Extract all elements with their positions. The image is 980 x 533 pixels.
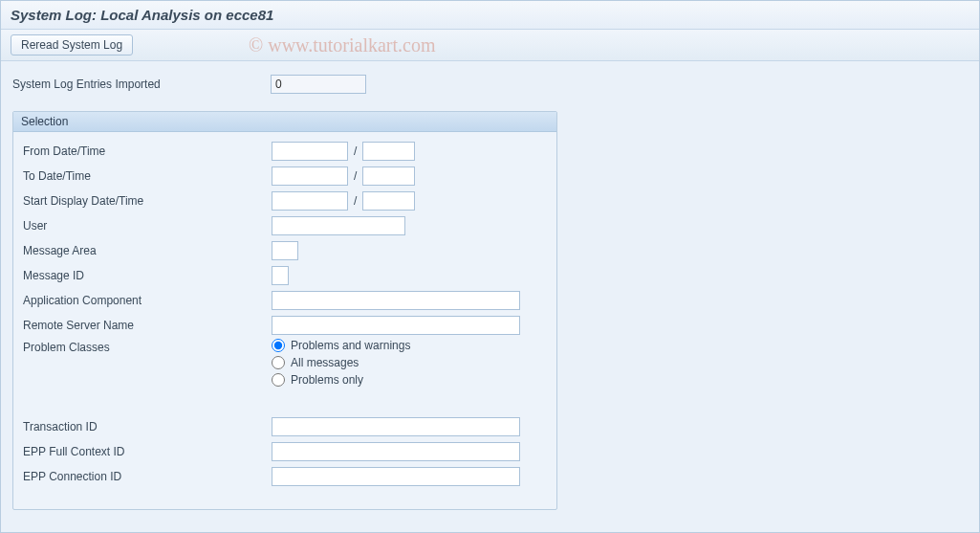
entries-imported-value bbox=[271, 75, 366, 94]
radio-problems-and-warnings[interactable] bbox=[272, 339, 285, 352]
epp-full-context-id-label: EPP Full Context ID bbox=[23, 445, 272, 458]
radio-label-all: All messages bbox=[291, 356, 359, 369]
radio-label-pw: Problems and warnings bbox=[291, 339, 410, 352]
from-time-input[interactable] bbox=[362, 142, 415, 161]
radio-label-po: Problems only bbox=[291, 373, 363, 387]
application-component-input[interactable] bbox=[272, 291, 520, 310]
remote-server-input[interactable] bbox=[272, 316, 520, 335]
transaction-id-input[interactable] bbox=[272, 417, 520, 436]
message-id-input[interactable] bbox=[272, 266, 289, 285]
remote-server-label: Remote Server Name bbox=[23, 319, 272, 332]
date-time-separator: / bbox=[354, 194, 357, 208]
start-display-date-input[interactable] bbox=[272, 191, 348, 211]
radio-all-messages[interactable] bbox=[272, 356, 285, 369]
to-date-time-label: To Date/Time bbox=[23, 169, 272, 183]
to-time-input[interactable] bbox=[362, 167, 415, 186]
toolbar: Reread System Log bbox=[1, 30, 979, 61]
selection-panel: Selection From Date/Time / To Date/Time … bbox=[12, 111, 557, 510]
epp-connection-id-label: EPP Connection ID bbox=[23, 470, 272, 483]
selection-panel-header: Selection bbox=[13, 112, 556, 132]
radio-problems-only[interactable] bbox=[272, 373, 285, 387]
user-label: User bbox=[23, 219, 272, 233]
date-time-separator: / bbox=[354, 169, 357, 183]
problem-classes-label: Problem Classes bbox=[23, 339, 272, 354]
problem-classes-option-po[interactable]: Problems only bbox=[272, 373, 410, 387]
problem-classes-option-pw[interactable]: Problems and warnings bbox=[272, 339, 410, 352]
from-date-input[interactable] bbox=[272, 142, 348, 161]
message-area-input[interactable] bbox=[272, 241, 298, 260]
transaction-id-label: Transaction ID bbox=[23, 420, 272, 433]
content-area: System Log Entries Imported Selection Fr… bbox=[1, 61, 979, 523]
date-time-separator: / bbox=[354, 144, 357, 158]
problem-classes-option-all[interactable]: All messages bbox=[272, 356, 410, 369]
to-date-input[interactable] bbox=[272, 167, 348, 186]
entries-imported-row: System Log Entries Imported bbox=[12, 75, 968, 94]
epp-connection-id-input[interactable] bbox=[272, 467, 520, 486]
start-display-label: Start Display Date/Time bbox=[23, 194, 272, 208]
message-area-label: Message Area bbox=[23, 244, 272, 257]
from-date-time-label: From Date/Time bbox=[23, 144, 272, 158]
application-component-label: Application Component bbox=[23, 294, 272, 307]
entries-imported-label: System Log Entries Imported bbox=[12, 78, 271, 91]
start-display-time-input[interactable] bbox=[362, 191, 415, 211]
window-title: System Log: Local Analysis on ecce81 bbox=[1, 1, 979, 30]
reread-system-log-button[interactable]: Reread System Log bbox=[11, 34, 133, 56]
user-input[interactable] bbox=[272, 216, 405, 235]
epp-full-context-id-input[interactable] bbox=[272, 442, 520, 461]
message-id-label: Message ID bbox=[23, 269, 272, 282]
